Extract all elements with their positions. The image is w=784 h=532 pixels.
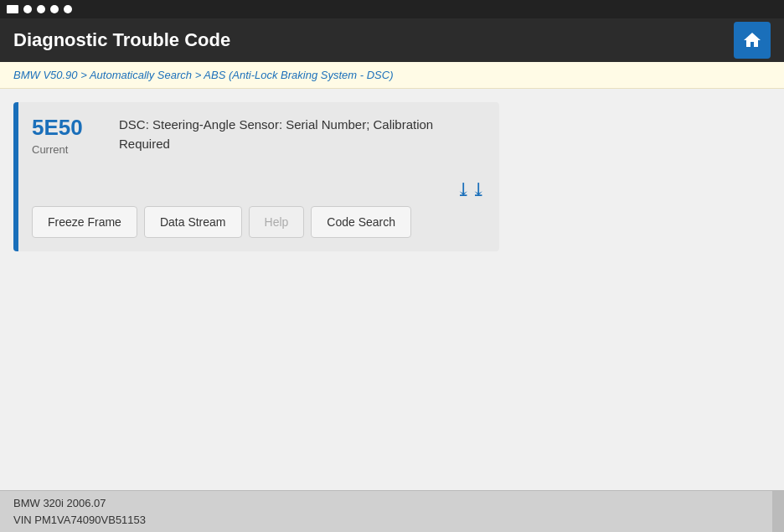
- dtc-card: 5E50 Current DSC: Steering-Angle Sensor:…: [13, 102, 499, 251]
- footer-vehicle: BMW 320i 2006.07: [13, 495, 146, 512]
- header: Diagnostic Trouble Code: [0, 18, 784, 62]
- status-icon-3: [37, 5, 45, 13]
- chevron-down-icon[interactable]: ⤓⤓: [456, 179, 486, 201]
- status-icon-2: [23, 5, 32, 13]
- card-top: 5E50 Current DSC: Steering-Angle Sensor:…: [32, 116, 486, 156]
- code-section: 5E50 Current: [32, 116, 99, 156]
- code-search-button[interactable]: Code Search: [311, 206, 411, 238]
- footer-info: BMW 320i 2006.07 VIN PM1VA74090VB51153: [13, 495, 146, 528]
- main-content: 5E50 Current DSC: Steering-Angle Sensor:…: [0, 89, 784, 265]
- breadcrumb: BMW V50.90 > Automatically Search > ABS …: [0, 62, 784, 89]
- footer: BMW 320i 2006.07 VIN PM1VA74090VB51153: [0, 490, 784, 532]
- code-description: DSC: Steering-Angle Sensor: Serial Numbe…: [119, 116, 486, 153]
- trouble-code: 5E50: [32, 116, 83, 140]
- scrollbar[interactable]: [772, 491, 784, 532]
- data-stream-button[interactable]: Data Stream: [144, 206, 242, 238]
- freeze-frame-button[interactable]: Freeze Frame: [32, 206, 137, 238]
- status-icon-5: [64, 5, 72, 13]
- home-button[interactable]: [734, 22, 771, 59]
- card-buttons: Freeze Frame Data Stream Help Code Searc…: [32, 206, 486, 238]
- code-status: Current: [32, 143, 68, 156]
- status-bar: [0, 0, 784, 18]
- status-icon-4: [50, 5, 59, 13]
- status-icon-1: [7, 5, 18, 13]
- breadcrumb-text: BMW V50.90 > Automatically Search > ABS …: [13, 69, 393, 81]
- help-button[interactable]: Help: [249, 206, 305, 238]
- home-icon: [742, 30, 762, 50]
- footer-vin: VIN PM1VA74090VB51153: [13, 512, 146, 529]
- page-title: Diagnostic Trouble Code: [13, 29, 230, 51]
